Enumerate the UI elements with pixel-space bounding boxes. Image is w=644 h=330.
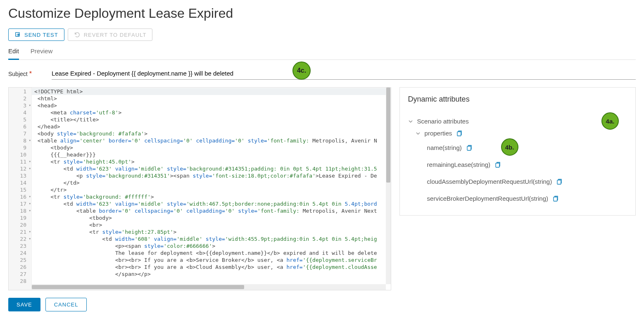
svg-rect-1: [457, 132, 461, 136]
code-line[interactable]: </td>: [32, 179, 386, 186]
line-number: 27: [9, 271, 31, 278]
chevron-down-icon: [408, 119, 413, 124]
line-number: 18: [9, 207, 31, 214]
code-line[interactable]: <tbody>: [32, 144, 386, 151]
send-test-button[interactable]: SEND TEST: [8, 28, 64, 41]
dynamic-attributes-panel: Dynamic attributes Scenario attributes 4…: [399, 87, 636, 216]
code-line[interactable]: <table border='0' cellspacing='0' cellpa…: [32, 207, 386, 214]
code-line[interactable]: <td width='623' valign='middle' style='w…: [32, 200, 386, 207]
copy-icon[interactable]: [456, 130, 463, 137]
footer: SAVE CANCEL: [8, 298, 636, 311]
line-number: 10: [9, 151, 31, 158]
line-number: 17: [9, 200, 31, 207]
vscroll-thumb[interactable]: [386, 88, 390, 183]
line-number: 6: [9, 123, 31, 130]
code-line[interactable]: {{{__header}}}: [32, 151, 386, 158]
code-line[interactable]: <tr style='background: #ffffff'>: [32, 193, 386, 200]
code-line[interactable]: The lease for deployment <b>{{deployment…: [32, 249, 386, 256]
code-line[interactable]: <p style='background:#314351'><span styl…: [32, 172, 386, 179]
svg-rect-5: [554, 197, 557, 201]
action-toolbar: SEND TEST REVERT TO DEFAULT: [8, 28, 636, 41]
tab-edit[interactable]: Edit: [8, 45, 19, 60]
svg-rect-4: [557, 180, 561, 184]
code-line[interactable]: [32, 278, 386, 284]
attr-remaining-lease-label: remainingLease(string): [427, 161, 490, 168]
copy-icon[interactable]: [552, 195, 559, 202]
line-number: 13: [9, 172, 31, 179]
attr-cloud-assembly-url-label: cloudAssemblyDeploymentRequestUrl(string…: [427, 178, 552, 185]
subject-label-wrap: Subject*: [8, 70, 32, 78]
send-icon: [14, 31, 21, 38]
subject-label: Subject: [8, 71, 28, 77]
attr-cloud-assembly-url[interactable]: cloudAssemblyDeploymentRequestUrl(string…: [408, 173, 627, 190]
callout-4a: 4a.: [601, 112, 619, 130]
copy-icon[interactable]: [556, 178, 563, 185]
code-line[interactable]: <head>: [32, 102, 386, 109]
scenario-attributes-row[interactable]: Scenario attributes: [408, 115, 627, 127]
line-number: 14: [9, 179, 31, 186]
line-number: 22: [9, 235, 31, 242]
code-line[interactable]: <table align='center' border='0' cellspa…: [32, 137, 386, 144]
side-panel-title: Dynamic attributes: [408, 95, 627, 104]
hscroll-thumb[interactable]: [32, 285, 244, 289]
line-number: 7: [9, 130, 31, 137]
code-line[interactable]: </head>: [32, 123, 386, 130]
revert-icon: [74, 31, 81, 38]
code-line[interactable]: <br>: [32, 221, 386, 228]
line-number: 28: [9, 278, 31, 285]
svg-rect-2: [467, 146, 471, 150]
code-line[interactable]: </span></p>: [32, 271, 386, 278]
code-line[interactable]: <html>: [32, 95, 386, 102]
tab-preview[interactable]: Preview: [31, 45, 52, 59]
attr-remaining-lease[interactable]: remainingLease(string): [408, 156, 627, 173]
line-number: 16: [9, 193, 31, 200]
code-line[interactable]: <meta charset='utf-8'>: [32, 109, 386, 116]
line-number: 12: [9, 165, 31, 172]
code-line[interactable]: <tr style='height:45.0pt'>: [32, 158, 386, 165]
code-editor[interactable]: 1234567891011121314151617181920212223242…: [8, 87, 391, 290]
line-number: 23: [9, 242, 31, 249]
attr-service-broker-url[interactable]: serviceBrokerDeploymentRequestUrl(string…: [408, 190, 627, 207]
code-line[interactable]: <tbody>: [32, 214, 386, 221]
revert-button: REVERT TO DEFAULT: [68, 28, 153, 41]
copy-icon[interactable]: [466, 145, 473, 151]
save-button[interactable]: SAVE: [8, 298, 40, 311]
line-number: 1: [9, 88, 31, 95]
code-line[interactable]: <!DOCTYPE html>: [32, 88, 386, 95]
editor-gutter: 1234567891011121314151617181920212223242…: [9, 88, 32, 290]
code-line[interactable]: <title></title>: [32, 116, 386, 123]
copy-icon[interactable]: [494, 161, 501, 168]
line-number: 19: [9, 214, 31, 221]
line-number: 24: [9, 249, 31, 256]
callout-4c: 4c.: [292, 62, 311, 80]
subject-row: Subject* 4c.: [8, 68, 636, 80]
code-line[interactable]: <p><span style='color:#666666'>: [32, 242, 386, 249]
line-number: 20: [9, 221, 31, 228]
editor-vscrollbar[interactable]: [386, 88, 391, 284]
callout-4b: 4b.: [501, 138, 518, 156]
chevron-down-icon: [416, 131, 421, 136]
code-line[interactable]: <body style='background: #fafafa'>: [32, 130, 386, 137]
code-line[interactable]: <br><br> If you are a <b>Service Broker<…: [32, 256, 386, 264]
tab-bar: Edit Preview: [8, 45, 636, 60]
properties-label: properties: [425, 130, 452, 137]
code-line[interactable]: <td width='623' valign='middle' style='b…: [32, 165, 386, 172]
line-number: 26: [9, 264, 31, 271]
line-number: 3: [9, 102, 31, 109]
properties-row[interactable]: properties: [408, 127, 627, 139]
code-line[interactable]: </tr>: [32, 186, 386, 193]
revert-label: REVERT TO DEFAULT: [84, 32, 147, 38]
svg-rect-3: [496, 163, 499, 167]
line-number: 2: [9, 95, 31, 102]
send-test-label: SEND TEST: [24, 32, 58, 38]
code-line[interactable]: <tr style='height:27.85pt'>: [32, 228, 386, 235]
line-number: 5: [9, 116, 31, 123]
cancel-button[interactable]: CANCEL: [45, 298, 87, 311]
editor-code-area[interactable]: <!DOCTYPE html> <html> <head> <meta char…: [32, 88, 386, 284]
editor-hscrollbar[interactable]: [32, 284, 386, 290]
code-line[interactable]: <br><br> If you are a <b>Cloud Assembly<…: [32, 264, 386, 271]
subject-input[interactable]: [52, 68, 636, 80]
required-asterisk: *: [29, 70, 32, 77]
line-number: 25: [9, 256, 31, 264]
code-line[interactable]: <td width='608' valign='middle' style='w…: [32, 235, 386, 242]
